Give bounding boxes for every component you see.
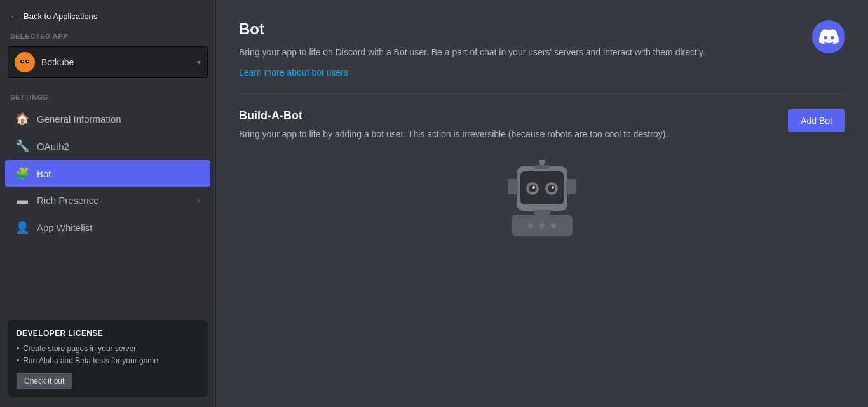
developer-license-panel: DEVELOPER LICENSE Create store pages in … (8, 320, 208, 397)
settings-section-label: SETTINGS (0, 91, 215, 105)
build-a-bot-description: Bring your app to life by adding a bot u… (239, 128, 668, 141)
svg-point-14 (552, 186, 554, 189)
svg-point-20 (551, 223, 556, 228)
sidebar-item-bot-label: Bot (37, 168, 51, 179)
sidebar-item-general-label: General Information (37, 114, 121, 124)
puzzle-icon: 🧩 (15, 166, 29, 180)
svg-point-11 (532, 186, 535, 189)
dev-license-item-2: Run Alpha and Beta tests for your game (17, 356, 199, 365)
svg-point-4 (27, 61, 29, 62)
svg-point-3 (22, 61, 24, 62)
selected-app-label: SELECTED APP (0, 30, 215, 44)
sidebar-item-general[interactable]: 🏠 General Information (5, 105, 210, 132)
developer-license-list: Create store pages in your server Run Al… (17, 344, 199, 365)
back-arrow-icon: ← (10, 11, 18, 21)
sidebar-item-app-whitelist-label: App Whitelist (37, 222, 93, 233)
sidebar: ← Back to Applications SELECTED APP Botk… (0, 0, 216, 407)
svg-point-10 (529, 185, 536, 192)
page-title: Bot (239, 20, 705, 38)
sidebar-item-app-whitelist[interactable]: 👤 App Whitelist (5, 214, 210, 241)
dropdown-arrow-icon: ▾ (197, 58, 201, 67)
svg-rect-15 (534, 165, 550, 169)
dev-license-item-1: Create store pages in your server (17, 344, 199, 353)
robot-svg (498, 160, 587, 243)
svg-point-0 (16, 53, 34, 71)
nav-items-list: 🏠 General Information 🔧 OAuth2 🧩 Bot ▬ R… (0, 105, 215, 241)
add-bot-button[interactable]: Add Bot (788, 109, 845, 132)
learn-more-bot-users-link[interactable]: Learn more about bot users (239, 67, 348, 77)
svg-point-7 (539, 160, 545, 164)
sidebar-item-oauth2[interactable]: 🔧 OAuth2 (5, 133, 210, 159)
sidebar-item-oauth2-label: OAuth2 (37, 141, 69, 152)
svg-point-13 (548, 185, 555, 192)
svg-rect-21 (508, 179, 518, 194)
sidebar-item-rich-presence-label: Rich Presence (37, 195, 99, 206)
rich-presence-icon: ▬ (15, 194, 29, 207)
svg-rect-22 (566, 179, 576, 194)
wrench-icon: 🔧 (15, 139, 29, 153)
app-avatar (15, 52, 35, 72)
build-a-bot-text: Build-A-Bot Bring your app to life by ad… (239, 109, 668, 141)
app-name-label: Botkube (41, 57, 191, 67)
app-selector-dropdown[interactable]: Botkube ▾ (8, 46, 208, 78)
back-link-label: Back to Applications (24, 11, 97, 21)
section-divider (239, 93, 845, 94)
page-description: Bring your app to life on Discord with a… (239, 46, 705, 59)
sidebar-item-rich-presence[interactable]: ▬ Rich Presence › (5, 187, 210, 213)
main-content: Bot Bring your app to life on Discord wi… (216, 0, 868, 407)
discord-logo-icon (812, 20, 845, 53)
sidebar-item-bot[interactable]: 🧩 Bot (5, 160, 210, 187)
home-icon: 🏠 (15, 112, 29, 126)
check-it-out-button[interactable]: Check it out (17, 373, 72, 389)
svg-point-19 (539, 223, 545, 228)
svg-point-18 (528, 223, 533, 228)
page-header-text: Bot Bring your app to life on Discord wi… (239, 20, 705, 78)
person-icon: 👤 (15, 220, 29, 234)
build-a-bot-section: Build-A-Bot Bring your app to life by ad… (239, 109, 845, 141)
page-header: Bot Bring your app to life on Discord wi… (239, 20, 845, 78)
robot-illustration (239, 160, 845, 243)
developer-license-title: DEVELOPER LICENSE (17, 329, 199, 338)
build-a-bot-title: Build-A-Bot (239, 109, 668, 123)
chevron-right-icon: › (198, 196, 200, 205)
back-to-applications-link[interactable]: ← Back to Applications (0, 0, 215, 30)
svg-rect-16 (534, 210, 550, 215)
